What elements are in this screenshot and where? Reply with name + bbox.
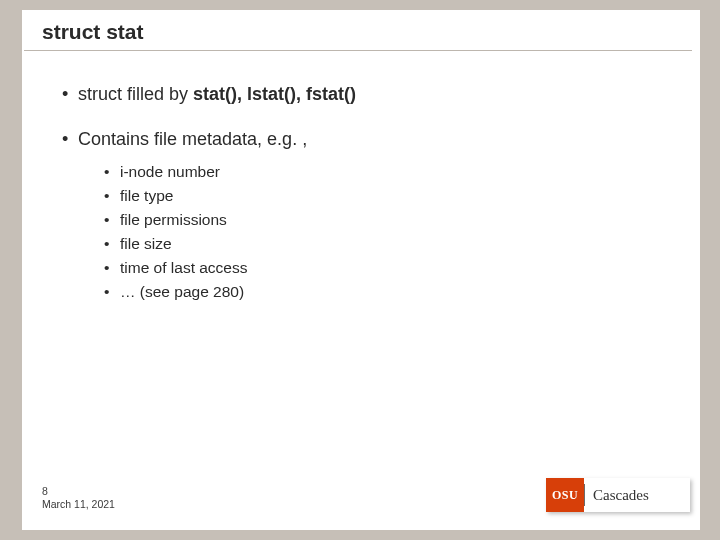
bullet-prefix: Contains file metadata, e.g. , [78, 129, 307, 149]
sub-bullet-text: time of last access [120, 256, 248, 280]
sub-bullet-text: i-node number [120, 160, 220, 184]
slide-title: struct stat [42, 20, 674, 44]
sub-bullet: • time of last access [104, 256, 660, 280]
sub-bullet-text: file size [120, 232, 172, 256]
slide-footer: 8 March 11, 2021 [42, 485, 115, 512]
sub-bullet-text: … (see page 280) [120, 280, 244, 304]
sub-bullet-list: • i-node number • file type • file permi… [104, 160, 660, 304]
sub-bullet-text: file permissions [120, 208, 227, 232]
slide: struct stat • struct filled by stat(), l… [22, 10, 700, 530]
bullet-text: struct filled by stat(), lstat(), fstat(… [78, 83, 356, 106]
logo-text: Cascades [585, 478, 690, 512]
bullet-dot-icon: • [62, 83, 78, 106]
footer-date: March 11, 2021 [42, 498, 115, 512]
bullet-dot-icon: • [104, 256, 120, 280]
bullet-dot-icon: • [104, 208, 120, 232]
sub-bullet: • file size [104, 232, 660, 256]
bullet-prefix: struct filled by [78, 84, 193, 104]
bullet-strong: stat(), lstat(), fstat() [193, 84, 356, 104]
content-region: • struct filled by stat(), lstat(), fsta… [22, 51, 700, 304]
page-number: 8 [42, 485, 115, 499]
sub-bullet: • file type [104, 184, 660, 208]
sub-bullet: • i-node number [104, 160, 660, 184]
bullet-dot-icon: • [104, 184, 120, 208]
title-region: struct stat [24, 10, 692, 51]
bullet-level1: • struct filled by stat(), lstat(), fsta… [62, 83, 660, 106]
osu-cascades-logo: OSU Cascades [546, 478, 690, 512]
osu-mark-text: OSU [552, 488, 578, 503]
bullet-dot-icon: • [104, 232, 120, 256]
bullet-dot-icon: • [104, 160, 120, 184]
sub-bullet: • … (see page 280) [104, 280, 660, 304]
sub-bullet-text: file type [120, 184, 173, 208]
bullet-dot-icon: • [62, 128, 78, 151]
osu-mark-icon: OSU [546, 478, 584, 512]
bullet-text: Contains file metadata, e.g. , [78, 128, 307, 151]
bullet-dot-icon: • [104, 280, 120, 304]
bullet-level1: • Contains file metadata, e.g. , [62, 128, 660, 151]
sub-bullet: • file permissions [104, 208, 660, 232]
